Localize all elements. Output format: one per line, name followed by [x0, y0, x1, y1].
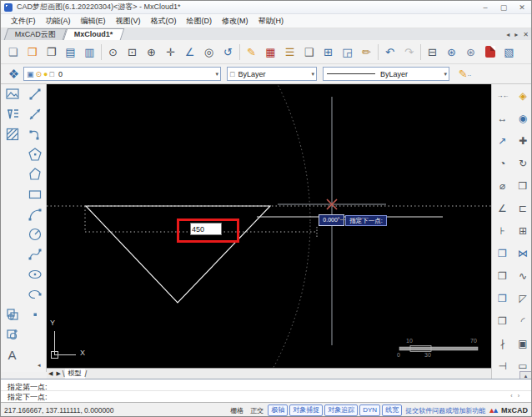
dim-linear-icon[interactable]: ↔ — [492, 107, 513, 129]
table-edit-icon[interactable]: ⊞ — [319, 43, 338, 61]
draw-rectangle-icon[interactable] — [23, 184, 46, 204]
dyn-distance-input[interactable] — [190, 223, 222, 235]
feedback-link[interactable]: 提交软件问题或增加新功能 — [405, 406, 485, 415]
box-3d-icon[interactable]: ▣ — [513, 332, 532, 354]
new-file-icon[interactable]: ❏ — [3, 43, 23, 61]
toggle-lineweight[interactable]: 线宽 — [382, 404, 402, 416]
toggle-dyn[interactable]: DYN — [359, 404, 380, 416]
toggle-grid[interactable]: 栅格 — [228, 406, 246, 415]
dim-radius-icon[interactable]: ◔ — [492, 152, 513, 174]
text-content-icon[interactable]: ☰ — [280, 43, 299, 61]
erase-icon[interactable]: ◈ — [513, 84, 532, 107]
menu-help[interactable]: 帮助(H) — [253, 16, 289, 27]
menu-edit[interactable]: 编辑(E) — [76, 16, 111, 27]
zoom-window-icon[interactable]: ⊡ — [123, 43, 142, 61]
zoom-extents-icon[interactable]: ⊙ — [103, 43, 123, 61]
dim-quick-icon[interactable]: ⊦ — [492, 219, 513, 242]
save-icon[interactable]: ▤ — [61, 43, 80, 61]
copy-icon[interactable]: ◉ — [513, 107, 532, 129]
scale-icon[interactable]: ❒ — [513, 174, 532, 197]
chamfer-icon[interactable]: ◸ — [513, 287, 532, 309]
super-copy-icon[interactable]: ❐ — [492, 287, 513, 309]
array-icon[interactable]: ⊞ — [513, 219, 532, 242]
tab-scroll-right-icon[interactable]: ▸ — [512, 31, 520, 38]
zoom-object-icon[interactable]: ◎ — [199, 43, 218, 61]
trim-icon[interactable]: ⊣ — [492, 354, 513, 377]
draw-line-icon[interactable] — [23, 84, 46, 104]
fillet-icon[interactable]: ◜ — [513, 309, 532, 332]
open-drawing-icon[interactable]: ❒ — [23, 43, 42, 61]
tab-scroll-left-icon[interactable]: ◂ — [504, 31, 512, 38]
layer-freeze-icon[interactable]: ▣ — [27, 70, 34, 78]
offset-icon[interactable]: ⊏ — [513, 197, 532, 219]
revision-curve-icon[interactable]: ∿ — [513, 264, 532, 287]
insert-image-icon[interactable] — [1, 84, 23, 104]
print-icon[interactable]: ⊟ — [423, 43, 442, 61]
single-text-icon[interactable]: A — [1, 344, 23, 364]
dim-continue-icon[interactable]: →← — [492, 84, 513, 107]
redo-icon[interactable]: ↷ — [399, 43, 419, 61]
block-insert-icon[interactable] — [1, 324, 23, 344]
zoom-scale-icon[interactable]: ∠ — [180, 43, 199, 61]
draw-ellipse-arc-icon[interactable] — [23, 284, 46, 304]
draw-arc-3p-icon[interactable] — [23, 124, 46, 144]
draw-order-pencil-icon[interactable]: ✎.. — [455, 65, 474, 83]
tab-close-icon[interactable]: ✕ — [520, 31, 531, 38]
close-button[interactable]: ✕ — [513, 2, 531, 13]
pan-icon[interactable]: ✛ — [161, 43, 180, 61]
menu-view[interactable]: 视图(V) — [111, 16, 146, 27]
color-dropdown[interactable]: □ ByLayer ▾ — [227, 67, 317, 81]
command-line-panel[interactable]: 指定第一点: 指定下一点: ‹› — [1, 379, 531, 402]
toggle-polar[interactable]: 极轴 — [268, 404, 288, 416]
select-set-icon[interactable]: ◲ — [338, 43, 357, 61]
draw-circle-icon[interactable] — [23, 224, 46, 244]
tab-mxcloud1[interactable]: MxCloud1* — [63, 28, 124, 40]
multiline-text-icon[interactable] — [1, 104, 23, 124]
sheet-next-icon[interactable]: ▶ — [54, 370, 62, 377]
block-copy-icon[interactable] — [1, 304, 23, 324]
left-toolbar-scroll-icon[interactable]: ◂ — [38, 362, 41, 369]
draw-point-icon[interactable] — [23, 304, 46, 324]
draw-spline-icon[interactable] — [23, 244, 46, 264]
chevron-down-icon[interactable]: ▾ — [213, 71, 218, 78]
mirror-icon[interactable]: ⋈ — [513, 242, 532, 264]
layer-dropdown[interactable]: ▣ ⊙ ● □ 0 ▾ — [23, 67, 221, 81]
draw-polyline-icon[interactable] — [23, 104, 46, 124]
move-icon[interactable]: ✚ — [513, 129, 532, 152]
chevron-down-icon[interactable]: ▾ — [441, 71, 447, 78]
draw-arc-icon[interactable] — [23, 204, 46, 224]
dim-aligned-icon[interactable]: ↗ — [492, 129, 513, 152]
draw-ellipse-icon[interactable] — [23, 264, 46, 284]
menu-format[interactable]: 格式(O) — [146, 16, 182, 27]
dim-angular-icon[interactable]: ∠ — [492, 197, 513, 219]
menu-function[interactable]: 功能(A) — [41, 16, 76, 27]
layer-color-icon[interactable]: □ — [50, 70, 54, 78]
toggle-otrack[interactable]: 对象追踪 — [324, 404, 358, 416]
layer-on-icon[interactable]: ● — [43, 70, 48, 78]
menu-file[interactable]: 文件(F) — [6, 16, 41, 27]
minimize-button[interactable]: – — [476, 2, 494, 13]
color-palette-icon[interactable]: ▦ — [261, 43, 280, 61]
toggle-ortho[interactable]: 正交 — [248, 406, 266, 415]
open-folder-icon[interactable]: ❐ — [42, 43, 61, 61]
hatch-icon[interactable] — [1, 124, 23, 144]
draw-pentagon-icon[interactable] — [23, 144, 46, 164]
pdf-export-icon[interactable] — [480, 43, 499, 61]
layer-lock-icon[interactable]: ⊙ — [36, 70, 43, 78]
zoom-in-icon[interactable]: ⊕ — [142, 43, 161, 61]
zoom-previous-icon[interactable]: ↺ — [218, 43, 238, 61]
toggle-osnap[interactable]: 对象捕捉 — [289, 404, 323, 416]
tab-mxcad-cloud[interactable]: MxCAD云图 — [4, 28, 68, 40]
image-export-icon[interactable]: ▧ — [499, 43, 519, 61]
chevron-down-icon[interactable]: ▾ — [309, 71, 314, 78]
maximize-button[interactable]: ▢ — [494, 2, 513, 13]
drawing-canvas[interactable]: 0.000° 指定下一点: Y X 10 70 0 30 — [47, 84, 491, 368]
menu-modify[interactable]: 修改(M) — [217, 16, 253, 27]
undo-icon[interactable]: ↶ — [380, 43, 399, 61]
viewport-icon[interactable]: ❑ — [299, 43, 319, 61]
layer-manager-icon[interactable]: ❖ — [4, 65, 23, 83]
linetype-dropdown[interactable]: ByLayer ▾ — [323, 67, 449, 81]
save-as-icon[interactable]: ▥ — [80, 43, 99, 61]
menu-draw[interactable]: 绘图(D) — [182, 16, 218, 27]
sheet-prev-icon[interactable]: ◀ — [47, 370, 54, 377]
